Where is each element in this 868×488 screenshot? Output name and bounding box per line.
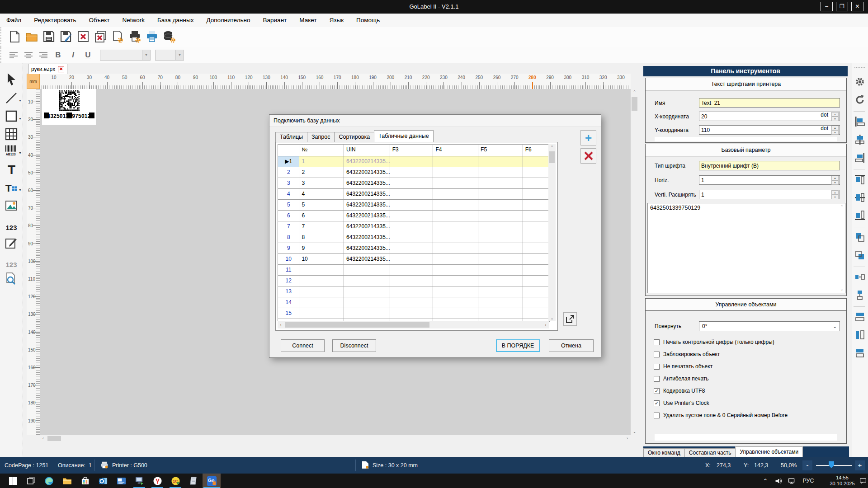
cell-empty[interactable] — [433, 308, 478, 319]
row-header[interactable]: 6 — [278, 211, 299, 221]
chevron-down-icon[interactable]: ▼ — [19, 188, 22, 192]
taskbar-edge[interactable] — [40, 474, 58, 488]
vertical-expand-input[interactable]: 1 — [699, 190, 840, 199]
settings-icon[interactable] — [853, 75, 867, 89]
export-table-button[interactable] — [563, 312, 577, 326]
table-row[interactable]: 446432200214335... — [278, 189, 549, 200]
table-row[interactable]: 14 — [278, 297, 549, 308]
taskbar-file-explorer[interactable] — [58, 474, 76, 488]
table-horizontal-scrollbar[interactable]: ‹ › — [278, 321, 549, 328]
taskbar-start[interactable] — [4, 474, 22, 488]
row-header[interactable]: 3 — [278, 178, 299, 189]
rotate-select[interactable]: 0° ⌄ — [699, 321, 840, 331]
cell-empty[interactable] — [433, 297, 478, 308]
align-center-h-icon[interactable] — [853, 133, 867, 146]
taskbar-outlook[interactable] — [94, 474, 112, 488]
cell-num[interactable]: 7 — [299, 221, 344, 232]
cell-uin[interactable]: 6432200214335... — [344, 167, 390, 178]
cell-empty[interactable] — [478, 286, 523, 297]
option-7[interactable]: Удалить пустое поле & 0 Серийный номер B… — [654, 412, 788, 419]
panel-tab-Управление объектами[interactable]: Управление объектами — [735, 446, 803, 457]
connect-button[interactable]: Connect — [281, 339, 325, 352]
size-combo[interactable]: ▼ — [155, 50, 184, 61]
order-back-icon[interactable] — [853, 249, 867, 262]
cell-empty[interactable] — [433, 178, 478, 189]
table-row[interactable]: 556432200214335... — [278, 200, 549, 211]
scroll-thumb[interactable] — [549, 151, 555, 163]
selection-handle[interactable] — [66, 113, 72, 118]
menu-объект[interactable]: Объект — [82, 14, 116, 27]
cell-empty[interactable] — [523, 265, 549, 276]
zoom-slider[interactable] — [816, 465, 852, 466]
scroll-up-icon[interactable]: ⌃ — [840, 205, 844, 209]
distribute-v-icon[interactable] — [853, 288, 867, 302]
cell-num[interactable] — [299, 286, 344, 297]
selection-handle[interactable] — [89, 113, 94, 118]
add-record-button[interactable]: + — [580, 130, 596, 145]
ok-button[interactable]: В ПОРЯДКЕ — [496, 339, 540, 352]
zoom-in-button[interactable]: + — [855, 460, 865, 470]
checkbox[interactable] — [654, 339, 660, 345]
distribute-h-icon[interactable] — [853, 270, 867, 284]
cell-empty[interactable] — [390, 308, 434, 319]
align-left-text-button[interactable] — [6, 49, 21, 61]
menu-язык[interactable]: Язык — [323, 14, 350, 27]
taskbar-microsoft-store[interactable] — [76, 474, 94, 488]
table-row[interactable]: 776432200214335... — [278, 221, 549, 232]
row-header[interactable]: 9 — [278, 243, 299, 254]
cell-empty[interactable] — [433, 232, 478, 243]
clock[interactable]: 14:55 30.10.2025 — [826, 474, 859, 488]
checkbox-checked[interactable]: ✓ — [654, 400, 660, 406]
canvas-horizontal-scrollbar[interactable]: ‹ › — [40, 435, 631, 442]
cell-empty[interactable] — [523, 211, 549, 221]
cell-empty[interactable] — [478, 189, 523, 200]
cell-empty[interactable] — [390, 276, 434, 286]
underline-button[interactable]: U — [80, 51, 95, 60]
cell-empty[interactable] — [390, 167, 434, 178]
cell-uin[interactable]: 6432200214335... — [344, 243, 390, 254]
network-icon[interactable] — [786, 474, 797, 488]
option-2[interactable]: Заблокировать объект — [654, 351, 720, 358]
option-1[interactable]: Печать контрольной цифры (только цифры) — [654, 338, 774, 346]
cancel-button[interactable]: Отмена — [549, 339, 594, 352]
menu-помощь[interactable]: Помощь — [350, 14, 386, 27]
new-document-button[interactable] — [6, 28, 23, 46]
y-spinner[interactable]: ▲▼ — [831, 126, 839, 133]
rotate-icon[interactable] — [853, 93, 867, 107]
cell-uin[interactable]: 6432200214335... — [344, 178, 390, 189]
cell-num[interactable]: 2 — [299, 167, 344, 178]
cell-empty[interactable] — [433, 276, 478, 286]
save-button[interactable] — [40, 28, 57, 46]
serial-number-disabled[interactable]: 123 — [2, 257, 21, 272]
row-header[interactable]: 10 — [278, 254, 299, 265]
menu-network[interactable]: Network — [116, 14, 151, 27]
cell-empty[interactable] — [478, 265, 523, 276]
row-header[interactable]: 7 — [278, 221, 299, 232]
align-right-icon[interactable] — [853, 151, 867, 164]
cell-empty[interactable] — [523, 189, 549, 200]
cell-uin[interactable] — [344, 308, 390, 319]
name-input[interactable]: Text_21 — [699, 98, 840, 108]
label-sheet[interactable]: 6432501339750129 — [42, 89, 96, 125]
cell-num[interactable]: 10 — [299, 254, 344, 265]
cell-empty[interactable] — [478, 232, 523, 243]
cell-empty[interactable] — [390, 211, 434, 221]
scroll-thumb[interactable] — [632, 97, 637, 111]
document-close-icon[interactable]: ✕ — [58, 66, 64, 72]
cell-empty[interactable] — [433, 265, 478, 276]
cell-num[interactable]: 1 — [299, 156, 344, 167]
cell-empty[interactable] — [478, 221, 523, 232]
table-vertical-scrollbar[interactable]: ⌃ ⌄ — [548, 144, 556, 321]
row-header[interactable]: 15 — [278, 308, 299, 319]
cell-num[interactable] — [299, 265, 344, 276]
vertical-spinner[interactable]: ▲▼ — [831, 190, 839, 198]
document-tab[interactable]: руки.ezpx ✕ — [28, 64, 67, 74]
cell-empty[interactable] — [390, 243, 434, 254]
checkbox[interactable] — [654, 352, 660, 357]
cell-num[interactable]: 4 — [299, 189, 344, 200]
font-type-input[interactable]: Внутренний шрифт (B) — [699, 161, 840, 170]
row-header[interactable]: 8 — [278, 232, 299, 243]
table-tool[interactable] — [2, 127, 21, 142]
scroll-down-icon[interactable]: ⌄ — [840, 287, 844, 291]
cell-empty[interactable] — [433, 221, 478, 232]
